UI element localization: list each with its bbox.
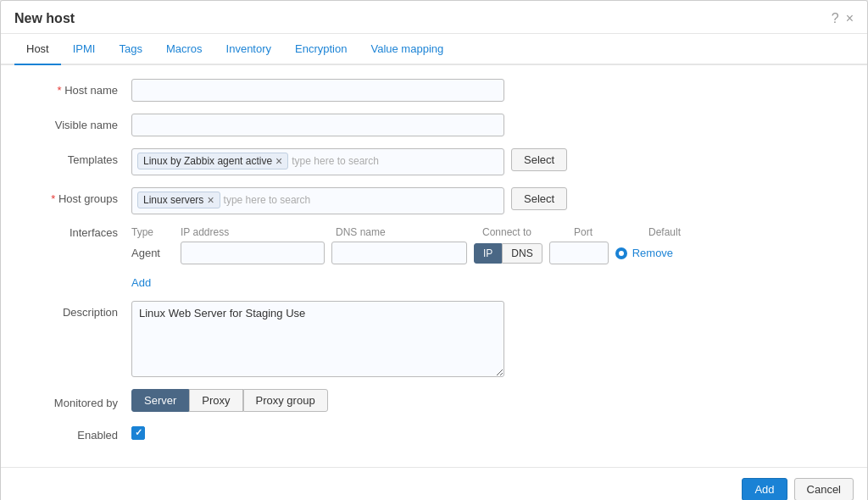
monitored-by-proxy-btn[interactable]: Proxy — [189, 389, 242, 412]
interface-dns-0[interactable] — [331, 242, 467, 264]
description-textarea[interactable]: Linux Web Server for Staging Use — [131, 301, 504, 377]
enabled-row: Enabled — [21, 424, 847, 442]
tab-tags[interactable]: Tags — [107, 34, 153, 65]
templates-multiselect-inner: Linux by Zabbix agent active × type here… — [137, 153, 498, 169]
interfaces-cols-container: Type IP address DNS name Connect to Port… — [131, 226, 847, 264]
interfaces-col-headers: Type IP address DNS name Connect to Port… — [131, 226, 847, 238]
close-icon[interactable]: × — [846, 12, 854, 25]
enabled-label: Enabled — [21, 424, 131, 442]
interface-row-0: Agent 34.207.197.232 IP DNS 10050 Remove — [131, 242, 847, 264]
interface-ip-0[interactable]: 34.207.197.232 — [181, 242, 325, 264]
description-row: Description Linux Web Server for Staging… — [21, 301, 847, 377]
dialog-title: New host — [14, 11, 75, 26]
visible-name-control: Linux Web Server 001 — [131, 114, 847, 136]
interfaces-label: Interfaces — [21, 226, 131, 239]
connect-ip-btn-0[interactable]: IP — [474, 243, 502, 264]
template-tag-label-0: Linux by Zabbix agent active — [143, 155, 272, 167]
host-groups-control: Linux servers × type here to search Sele… — [131, 187, 847, 214]
template-tag-remove-0[interactable]: × — [275, 155, 282, 167]
add-button[interactable]: Add — [742, 478, 787, 500]
monitored-by-label: Monitored by — [21, 392, 131, 409]
templates-row: Templates Linux by Zabbix agent active ×… — [21, 148, 847, 175]
host-groups-placeholder: type here to search — [224, 192, 311, 208]
interfaces-section: Interfaces Type IP address DNS name Conn… — [21, 226, 847, 264]
add-interface-button[interactable]: Add — [131, 276, 151, 289]
interfaces-header-row: Interfaces Type IP address DNS name Conn… — [21, 226, 847, 264]
host-name-input[interactable]: linux-web-server-001 — [131, 79, 504, 102]
host-groups-label: Host groups — [21, 187, 131, 205]
tab-macros[interactable]: Macros — [154, 34, 214, 65]
enabled-control — [131, 426, 847, 440]
dialog-footer: Add Cancel — [1, 467, 867, 500]
interface-default-0: Remove — [615, 247, 692, 259]
host-group-tag-0: Linux servers × — [137, 192, 220, 208]
new-host-dialog: New host ? × Host IPMI Tags Macros Inven… — [0, 0, 868, 500]
connect-btns-0: IP DNS — [474, 243, 542, 264]
help-icon[interactable]: ? — [832, 12, 839, 25]
host-group-tag-remove-0[interactable]: × — [207, 194, 214, 206]
templates-label: Templates — [21, 148, 131, 166]
dialog-header: New host ? × — [1, 1, 867, 34]
add-interface-wrap: Add — [131, 276, 847, 289]
template-tag-0: Linux by Zabbix agent active × — [137, 153, 288, 169]
visible-name-label: Visible name — [21, 114, 131, 131]
interface-type-0: Agent — [131, 247, 174, 259]
host-name-label: Host name — [21, 79, 131, 97]
description-control: Linux Web Server for Staging Use — [131, 301, 847, 377]
templates-select-button[interactable]: Select — [511, 148, 567, 171]
interface-radio-0[interactable] — [615, 247, 627, 259]
enabled-checkbox[interactable] — [131, 426, 145, 440]
tab-host[interactable]: Host — [14, 34, 61, 65]
host-group-tag-label-0: Linux servers — [143, 194, 203, 206]
host-groups-multiselect[interactable]: Linux servers × type here to search — [131, 187, 504, 214]
interface-port-0[interactable]: 10050 — [549, 242, 609, 264]
tab-encryption[interactable]: Encryption — [283, 34, 359, 65]
host-groups-multiselect-inner: Linux servers × type here to search — [137, 192, 498, 208]
connect-dns-btn-0[interactable]: DNS — [502, 243, 542, 264]
col-ip-header: IP address — [181, 226, 329, 238]
dialog-header-icons: ? × — [832, 12, 854, 25]
monitored-by-segmented: Server Proxy Proxy group — [131, 389, 328, 412]
tab-inventory[interactable]: Inventory — [214, 34, 283, 65]
monitored-by-control: Server Proxy Proxy group — [131, 389, 847, 412]
host-groups-select-button[interactable]: Select — [511, 187, 567, 210]
tabs-bar: Host IPMI Tags Macros Inventory Encrypti… — [1, 34, 867, 65]
host-name-row: Host name linux-web-server-001 — [21, 79, 847, 102]
templates-multiselect[interactable]: Linux by Zabbix agent active × type here… — [131, 148, 504, 175]
description-label: Description — [21, 301, 131, 319]
monitored-by-row: Monitored by Server Proxy Proxy group — [21, 389, 847, 412]
col-connect-header: Connect to — [482, 226, 567, 238]
interface-remove-0[interactable]: Remove — [632, 247, 673, 259]
col-default-header: Default — [648, 226, 699, 238]
host-name-control: linux-web-server-001 — [131, 79, 847, 102]
col-type-header: Type — [131, 226, 174, 238]
dialog-body: Host name linux-web-server-001 Visible n… — [1, 65, 867, 467]
templates-control: Linux by Zabbix agent active × type here… — [131, 148, 847, 175]
visible-name-row: Visible name Linux Web Server 001 — [21, 114, 847, 136]
monitored-by-server-btn[interactable]: Server — [131, 389, 189, 412]
templates-placeholder: type here to search — [292, 153, 379, 169]
tab-value-mapping[interactable]: Value mapping — [359, 34, 455, 65]
host-groups-row: Host groups Linux servers × type here to… — [21, 187, 847, 214]
col-dns-header: DNS name — [336, 226, 476, 238]
visible-name-input[interactable]: Linux Web Server 001 — [131, 114, 504, 136]
tab-ipmi[interactable]: IPMI — [61, 34, 108, 65]
monitored-by-proxy-group-btn[interactable]: Proxy group — [243, 389, 328, 412]
col-port-header: Port — [574, 226, 642, 238]
cancel-button[interactable]: Cancel — [794, 478, 854, 500]
